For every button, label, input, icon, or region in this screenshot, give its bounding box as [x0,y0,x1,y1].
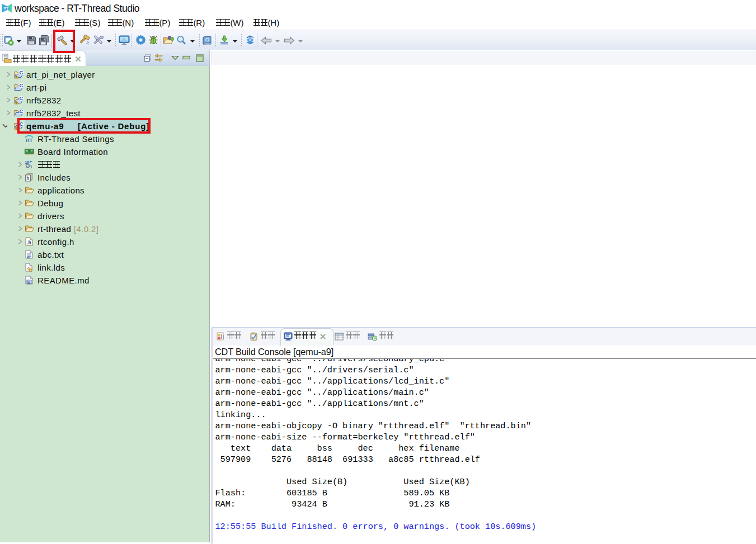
svg-text:!: ! [16,75,17,79]
svg-text:C: C [20,108,24,114]
svg-text:RT: RT [26,138,32,143]
svg-text:SVN: SVN [248,36,253,39]
svg-text:w: w [27,280,31,284]
svg-text:h: h [26,176,29,181]
svg-text:C: C [20,70,24,75]
svg-text:!: ! [16,101,17,105]
svg-text:C: C [20,83,24,88]
svg-text:10: 10 [25,160,30,164]
svg-text:RT: RT [4,6,8,10]
svg-text:.h: .h [27,240,31,245]
svg-text:C: C [20,96,24,101]
svg-text:1: 1 [30,165,32,169]
